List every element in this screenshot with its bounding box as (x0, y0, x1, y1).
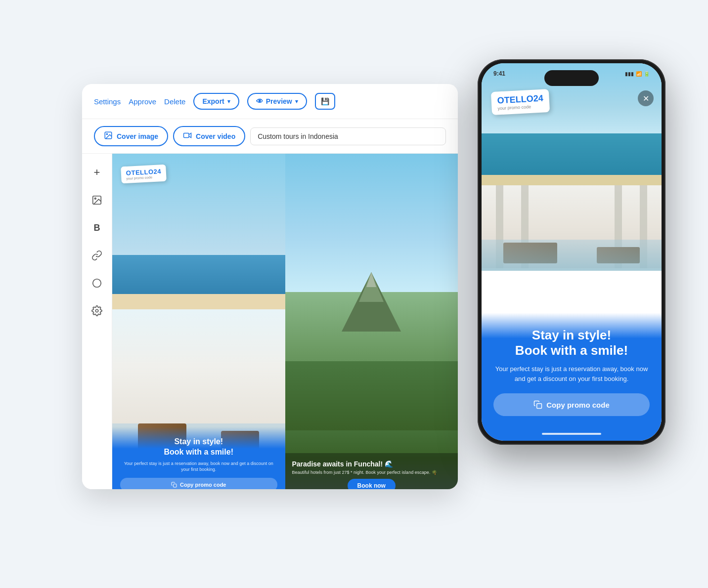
phone-copy-btn[interactable]: Copy promo code (493, 393, 650, 416)
settings-link[interactable]: Settings (94, 97, 121, 106)
preview-label: Preview (266, 97, 292, 105)
copy-icon (171, 482, 177, 488)
phone-content: OTELLO24 your promo code ✕ Stay in style… (482, 63, 662, 441)
settings-tool[interactable] (88, 302, 106, 320)
svg-rect-2 (184, 133, 189, 138)
bold-icon: B (94, 223, 100, 233)
add-tool[interactable]: + (88, 164, 106, 181)
cover-video-label: Cover video (196, 132, 235, 140)
toolbar: Settings Approve Delete Export ▾ 👁 Previ… (82, 84, 458, 119)
phone-body: Your perfect stay is just a reservation … (493, 364, 650, 383)
story-card-1[interactable]: OTELLO24 your promo code Stay in style! … (112, 154, 285, 489)
circle-icon (91, 278, 102, 289)
gear-icon (91, 305, 102, 316)
phone-mockup: 9:41 ▮▮▮ 📶 🔋 (478, 59, 665, 445)
story2-headline: Paradise awaits in Funchal! 🌊 (292, 460, 451, 468)
close-icon: ✕ (643, 94, 649, 103)
editor-card: Settings Approve Delete Export ▾ 👁 Previ… (82, 84, 458, 489)
cover-image-button[interactable]: Cover image (94, 126, 168, 146)
save-button[interactable]: 💾 (315, 93, 335, 110)
svg-point-5 (93, 279, 101, 288)
battery-icon: 🔋 (644, 71, 650, 77)
link-icon (91, 250, 102, 261)
wifi-icon: 📶 (636, 71, 642, 77)
link-tool[interactable] (88, 247, 106, 264)
preview-chevron-icon: ▾ (295, 98, 298, 105)
phone-time: 9:41 (493, 70, 505, 77)
image-icon (91, 195, 102, 206)
svg-point-6 (95, 309, 98, 312)
bold-tool[interactable]: B (88, 219, 106, 237)
phone-promo-tag: OTELLO24 your promo code (491, 89, 550, 115)
promo-tag-1: OTELLO24 your promo code (121, 165, 167, 184)
export-label: Export (202, 97, 224, 105)
preview-eye-icon: 👁 (256, 97, 263, 105)
plus-icon: + (94, 166, 100, 179)
cover-video-button[interactable]: Cover video (173, 126, 245, 146)
save-icon: 💾 (321, 97, 329, 105)
stories-grid: OTELLO24 your promo code Stay in style! … (112, 154, 458, 489)
phone-headline: Stay in style! Book with a smile! (493, 328, 650, 358)
phone-status-bar: 9:41 ▮▮▮ 📶 🔋 (482, 70, 662, 77)
cover-image-label: Cover image (117, 132, 158, 140)
story1-headline: Stay in style! Book with a smile! (120, 437, 277, 458)
phone-close-button[interactable]: ✕ (638, 90, 654, 106)
mountain-svg (322, 272, 421, 332)
delete-link[interactable]: Delete (164, 97, 185, 106)
export-button[interactable]: Export ▾ (193, 93, 239, 110)
svg-point-4 (94, 198, 96, 199)
svg-rect-7 (173, 484, 177, 488)
story2-overlay: Paradise awaits in Funchal! 🌊 Beautiful … (285, 453, 458, 489)
preview-button[interactable]: 👁 Preview ▾ (247, 93, 307, 110)
signal-icon: ▮▮▮ (625, 71, 634, 77)
story1-copy-btn[interactable]: Copy promo code (120, 478, 277, 489)
phone-screen: 9:41 ▮▮▮ 📶 🔋 (482, 63, 662, 441)
approve-link[interactable]: Approve (129, 97, 156, 106)
svg-point-1 (106, 133, 107, 134)
export-chevron-icon: ▾ (227, 98, 230, 105)
story2-book-btn[interactable]: Book now (348, 479, 396, 489)
story1-overlay: Stay in style! Book with a smile! Your p… (112, 427, 285, 489)
phone-story-overlay: Stay in style! Book with a smile! Your p… (482, 313, 662, 441)
title-input[interactable] (250, 127, 446, 145)
story-card-2[interactable]: Paradise awaits in Funchal! 🌊 Beautiful … (285, 154, 458, 489)
signal-icons: ▮▮▮ 📶 🔋 (625, 71, 650, 77)
cover-image-icon (104, 131, 113, 141)
side-tools: + B (82, 154, 112, 489)
image-tool[interactable] (88, 191, 106, 209)
story2-body: Beautiful hotels from just 27$ * night. … (292, 470, 451, 475)
svg-rect-11 (537, 404, 542, 409)
scene: Settings Approve Delete Export ▾ 👁 Previ… (82, 59, 626, 529)
cover-row: Cover image Cover video (82, 119, 458, 154)
phone-copy-icon (533, 400, 542, 409)
circle-tool[interactable] (88, 274, 106, 292)
canvas-area: + B (82, 154, 458, 489)
cover-video-icon (183, 131, 192, 141)
phone-home-bar (542, 433, 601, 435)
story1-body: Your perfect stay is just a reservation … (120, 461, 277, 473)
